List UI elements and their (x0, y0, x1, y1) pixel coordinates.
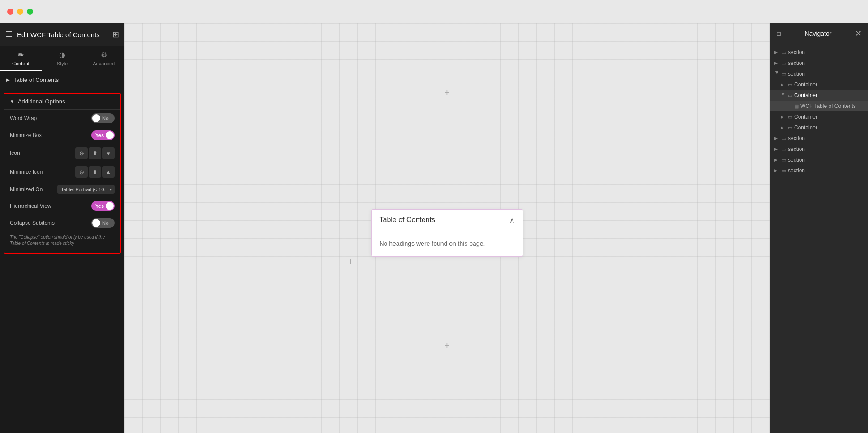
minimize-icon-up-btn[interactable]: ▲ (102, 166, 115, 178)
navigator-close-btn[interactable]: ✕ (855, 29, 862, 39)
nav-chevron-icon: ▶ (781, 82, 786, 87)
traffic-lights (7, 9, 33, 15)
nav-container-icon: ▭ (788, 93, 792, 99)
nav-chevron-icon: ▶ (774, 168, 780, 173)
nav-chevron-icon: ▶ (774, 158, 780, 162)
nav-item-label: Container (794, 124, 864, 131)
additional-options-arrow-icon: ▼ (10, 99, 14, 104)
nav-section-icon: ▭ (782, 168, 786, 174)
minimize-box-label: Minimize Box (10, 132, 91, 138)
icon-dropdown-btn[interactable]: ▾ (102, 147, 115, 159)
nav-item-section-1[interactable]: ▶ ▭ section (770, 47, 868, 58)
nav-item-section-3[interactable]: ▶ ▭ section (770, 69, 868, 79)
nav-item-section-6[interactable]: ▶ ▭ section (770, 154, 868, 165)
minimize-icon-row: Minimize Icon ⊖ ⬆ ▲ (4, 163, 120, 181)
nav-item-label: section (788, 157, 864, 163)
nav-chevron-icon: ▶ (774, 50, 780, 55)
tab-style[interactable]: ◑ Style (42, 46, 83, 71)
nav-section-icon: ▭ (782, 60, 786, 66)
collapse-subitems-toggle[interactable]: No (91, 218, 115, 228)
icon-reset-btn[interactable]: ⊖ (75, 147, 88, 159)
nav-item-label: section (788, 60, 864, 66)
word-wrap-toggle-circle (92, 114, 100, 122)
nav-item-section-7[interactable]: ▶ ▭ section (770, 165, 868, 176)
collapse-note: The "Collapse" option should only be use… (4, 232, 120, 249)
minimize-button[interactable] (17, 9, 23, 15)
toc-arrow-icon: ▶ (6, 77, 10, 82)
nav-container-icon: ▭ (788, 125, 792, 131)
nav-item-label: section (788, 49, 864, 56)
nav-item-container-2[interactable]: ▶ ▭ Container (770, 90, 868, 101)
nav-item-container-4[interactable]: ▶ ▭ Container (770, 122, 868, 133)
sidebar-header: ☰ Edit WCF Table of Contents ⊞ (0, 23, 124, 46)
tab-advanced[interactable]: ⚙ Advanced (83, 46, 124, 71)
close-button[interactable] (7, 9, 13, 15)
maximize-button[interactable] (27, 9, 33, 15)
additional-options-label: Additional Options (18, 98, 65, 105)
word-wrap-row: Word Wrap No (4, 110, 120, 127)
nav-item-section-2[interactable]: ▶ ▭ section (770, 58, 868, 69)
additional-options-panel: ▼ Additional Options Word Wrap No Minimi… (4, 93, 121, 254)
minimize-icon-upload-btn[interactable]: ⬆ (89, 166, 101, 178)
toc-section[interactable]: ▶ Table of Contents (0, 71, 124, 89)
advanced-tab-label: Advanced (93, 61, 115, 66)
additional-options-header[interactable]: ▼ Additional Options (4, 94, 120, 110)
hierarchical-view-toggle[interactable]: Yes (91, 201, 115, 211)
word-wrap-toggle-label: No (102, 116, 109, 121)
sidebar: ☰ Edit WCF Table of Contents ⊞ ✏ Content… (0, 23, 124, 433)
nav-item-section-4[interactable]: ▶ ▭ section (770, 133, 868, 144)
grid-icon[interactable]: ⊞ (112, 30, 119, 39)
nav-chevron-icon: ▶ (774, 136, 780, 141)
toc-section-label: Table of Contents (13, 77, 59, 83)
hierarchical-view-toggle-label: Yes (95, 203, 104, 209)
toc-widget-body: No headings were found on this page. (372, 231, 523, 256)
title-bar (0, 0, 868, 23)
sidebar-title: Edit WCF Table of Contents (17, 31, 108, 39)
minimized-on-select[interactable]: Tablet Portrait (< 10: (57, 185, 115, 194)
minimize-icon-label: Minimize Icon (10, 169, 75, 175)
toc-widget: Table of Contents ∧ No headings were fou… (371, 209, 523, 257)
nav-item-section-5[interactable]: ▶ ▭ section (770, 144, 868, 154)
toc-section-header[interactable]: ▶ Table of Contents (6, 77, 118, 83)
add-section-bottom-btn[interactable]: + (440, 339, 454, 352)
tab-content[interactable]: ✏ Content (0, 46, 42, 71)
minimize-box-toggle[interactable]: Yes (91, 130, 115, 140)
toc-widget-title: Table of Contents (380, 216, 436, 224)
nav-item-label: section (788, 135, 864, 141)
collapse-subitems-row: Collapse Subitems No (4, 214, 120, 232)
nav-item-label: WCF Table of Contents (800, 103, 864, 109)
navigator-title: Navigator (805, 30, 832, 37)
toc-widget-chevron-icon[interactable]: ∧ (509, 216, 515, 224)
menu-icon[interactable]: ☰ (5, 30, 13, 39)
nav-section-icon: ▭ (782, 157, 786, 163)
icon-row: Icon ⊖ ⬆ ▾ (4, 144, 120, 163)
toc-widget-header: Table of Contents ∧ (372, 210, 523, 231)
minimize-icon-reset-btn[interactable]: ⊖ (75, 166, 88, 178)
hierarchical-view-label: Hierarchical View (10, 203, 91, 209)
add-section-left-btn[interactable]: + (343, 255, 357, 269)
nav-item-wcf[interactable]: ▤ WCF Table of Contents (770, 101, 868, 111)
icon-upload-btn[interactable]: ⬆ (89, 147, 101, 159)
minimized-on-label: Minimized On (10, 186, 57, 193)
nav-chevron-icon: ▶ (775, 71, 779, 77)
nav-chevron-icon: ▶ (774, 61, 780, 65)
nav-section-icon: ▭ (782, 146, 786, 152)
nav-item-label: Container (794, 114, 864, 120)
nav-item-container-3[interactable]: ▶ ▭ Container (770, 111, 868, 122)
nav-section-icon: ▭ (782, 50, 786, 56)
navigator-expand-icon[interactable]: ⊡ (776, 30, 781, 37)
nav-tree: ▶ ▭ section ▶ ▭ section ▶ ▭ section ▶ ▭ … (770, 44, 868, 433)
canvas-area: + Table of Contents ∧ No headings were f… (124, 23, 770, 433)
add-section-top-btn[interactable]: + (440, 86, 454, 99)
nav-item-container-1[interactable]: ▶ ▭ Container (770, 79, 868, 90)
style-tab-label: Style (57, 61, 68, 66)
collapse-subitems-label: Collapse Subitems (10, 220, 91, 226)
icon-picker: ⊖ ⬆ ▾ (75, 147, 115, 159)
word-wrap-toggle[interactable]: No (91, 113, 115, 123)
nav-container-icon: ▭ (788, 82, 792, 88)
nav-item-label: Container (794, 92, 864, 99)
nav-section-icon: ▭ (782, 71, 786, 77)
collapse-subitems-toggle-label: No (102, 220, 109, 226)
minimized-on-select-wrapper: Tablet Portrait (< 10: (57, 185, 115, 194)
nav-item-label: section (788, 167, 864, 174)
